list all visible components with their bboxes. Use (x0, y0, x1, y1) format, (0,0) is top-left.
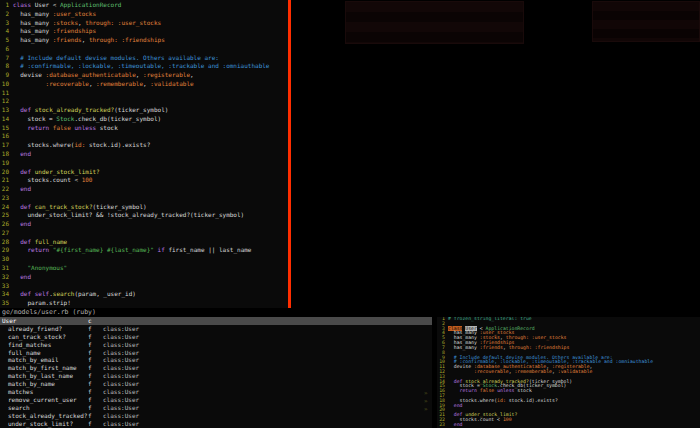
code-text: end (13, 150, 31, 159)
line-number: 11 (0, 89, 9, 98)
code-text: # frozen_string_literal: true (448, 317, 532, 322)
code-line: 16 (0, 132, 288, 141)
tag-name: match_by_first_name (8, 364, 88, 372)
wrap-markers: »»» (424, 389, 428, 413)
code-line: 10 :recoverable, :rememberable, :validat… (0, 80, 288, 89)
tag-kind: f (88, 349, 103, 357)
code-text: end (448, 404, 462, 409)
code-text: # Include default devise modules. Others… (13, 54, 219, 63)
code-line: 29 return "#{first_name} #{last_name}" i… (0, 246, 288, 255)
line-number: 5 (0, 36, 9, 45)
tag-kind: f (88, 404, 103, 412)
taglist-class-row[interactable]: Userc (0, 317, 432, 325)
code-text: return false unless stock (13, 124, 118, 133)
code-line: 21 stocks.count < 100 (0, 176, 288, 185)
tag-name: full_name (8, 349, 88, 357)
vim-editor-preview[interactable]: 1# frozen_string_literal: true23class Us… (437, 317, 700, 428)
tag-kind: f (88, 380, 103, 388)
code-line: 18 end (0, 150, 288, 159)
taglist-item[interactable]: searchfclass:User (0, 404, 432, 412)
line-number: 25 (0, 211, 9, 220)
tag-scope: class:User (103, 372, 139, 379)
tag-name: search (8, 404, 88, 412)
code-line: 14 stock = Stock.check_db(ticker_symbol) (0, 115, 288, 124)
line-number: 26 (0, 220, 9, 229)
tag-scope: class:User (103, 380, 139, 387)
dimmed-panel (592, 1, 700, 42)
taglist-item[interactable]: match_by_emailfclass:User (0, 356, 432, 364)
taglist-item[interactable]: remove_current_userfclass:User (0, 396, 432, 404)
line-number: 24 (0, 203, 9, 212)
tag-name: stock_already_tracked? (8, 412, 88, 420)
code-text: stocks.where(id: stock.id).exists? (448, 399, 558, 404)
tag-kind: f (88, 396, 103, 404)
taglist-item[interactable]: match_by_last_namefclass:User (0, 372, 432, 380)
tag-kind: c (88, 317, 103, 325)
code-line: 30 (0, 255, 288, 264)
line-number: 28 (0, 238, 9, 247)
code-line: 6 (0, 45, 288, 54)
line-number: 10 (0, 80, 9, 89)
tag-kind: f (88, 341, 103, 349)
tag-scope: class:User (103, 341, 139, 348)
tag-name: already_friend? (8, 325, 88, 333)
taglist-item[interactable]: full_namefclass:User (0, 349, 432, 357)
code-line: 8 # :confirmable, :lockable, :timeoutabl… (0, 62, 288, 71)
code-text: param.strip! (13, 299, 71, 308)
code-line: 9 devise :database_authenticatable, :reg… (0, 71, 288, 80)
terminal-screen: 1class User < ApplicationRecord2 has_man… (0, 0, 700, 428)
taglist-item[interactable]: can_track_stock?fclass:User (0, 333, 432, 341)
line-number: 33 (0, 282, 9, 291)
tag-name: can_track_stock? (8, 333, 88, 341)
code-line: 7 # Include default devise modules. Othe… (0, 54, 288, 63)
tag-scope: class:User (103, 364, 139, 371)
taglist-item[interactable]: under_stock_limit?fclass:User (0, 420, 432, 428)
line-number: 31 (0, 264, 9, 273)
code-line: 27 (0, 229, 288, 238)
code-text: # :confirmable, :lockable, :timeoutable,… (13, 62, 269, 71)
code-text: stocks.count < 100 (13, 176, 92, 185)
code-line: 4 has_many :friendships (0, 27, 288, 36)
vim-editor-main[interactable]: 1class User < ApplicationRecord2 has_man… (0, 0, 288, 308)
line-number: 29 (0, 246, 9, 255)
taglist-item[interactable]: match_by_first_namefclass:User (0, 364, 432, 372)
dimmed-panel (345, 1, 524, 44)
line-number: 17 (0, 141, 9, 150)
tag-scope: class:User (103, 388, 139, 395)
tag-kind: f (88, 333, 103, 341)
code-line: 2 has_many :user_stocks (0, 10, 288, 19)
code-text: has_many :stocks, through: :user_stocks (13, 19, 161, 28)
code-line: 5 has_many :friends, through: :friendshi… (0, 36, 288, 45)
line-number: 22 (0, 185, 9, 194)
code-text: class User < ApplicationRecord (13, 1, 121, 10)
code-line: 11 (0, 89, 288, 98)
code-line: 31 "Anonymous" (0, 264, 288, 273)
code-line: 17 stocks.where(id: stock.id).exists? (0, 141, 288, 150)
tag-name: find_matches (8, 341, 88, 349)
code-text: has_many :user_stocks (13, 10, 96, 19)
statusline-filename: ge/models/user.rb (ruby) (2, 308, 96, 316)
tag-kind: f (88, 412, 103, 420)
code-text: "Anonymous" (13, 264, 67, 273)
code-text: :recoverable, :rememberable, :validatabl… (448, 370, 592, 375)
line-number: 7 (0, 54, 9, 63)
tag-scope: class:User (103, 325, 139, 332)
taglist-item[interactable]: find_matchesfclass:User (0, 341, 432, 349)
code-text: end (13, 220, 31, 229)
taglist-item[interactable]: match_by_namefclass:User (0, 380, 432, 388)
line-number: 3 (0, 19, 9, 28)
tag-name: match_by_last_name (8, 372, 88, 380)
taglist-pane[interactable]: Usercalready_friend?fclass:Usercan_track… (0, 317, 432, 428)
code-text: def self.search(param, _user_id) (13, 290, 136, 299)
code-text: devise :database_authenticatable, :regis… (13, 71, 194, 80)
code-text: stocks.where(id: stock.id).exists? (13, 141, 150, 150)
code-line: 22 end (0, 185, 288, 194)
code-line: 23 (0, 194, 288, 203)
code-text: def full_name (13, 238, 67, 247)
taglist-item[interactable]: already_friend?fclass:User (0, 325, 432, 333)
wrap-marker-glyph: » (424, 389, 428, 397)
taglist-item[interactable]: stock_already_tracked?fclass:User (0, 412, 432, 420)
code-line: 12 (0, 97, 288, 106)
line-number: 21 (0, 176, 9, 185)
taglist-item[interactable]: matchesfclass:User (0, 388, 432, 396)
